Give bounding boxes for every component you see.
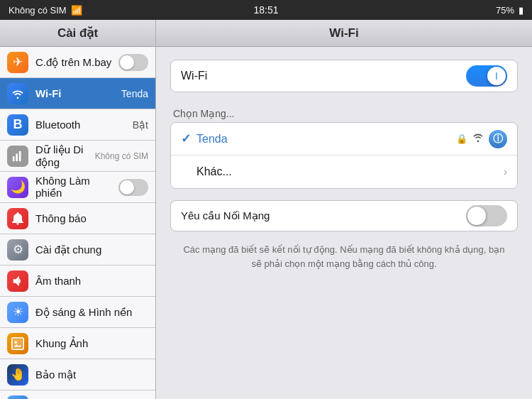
sidebar-item-cellular[interactable]: Dữ liệu Di động Không có SIM [0,141,155,172]
brightness-label: Độ sáng & Hình nền [35,306,148,319]
lock-icon-tenda: 🔒 [456,133,467,144]
airplane-icon: ✈ [7,52,28,73]
network-name-tenda: Tenda [196,133,456,146]
battery-label: 75% [496,5,514,16]
status-time: 18:51 [253,4,278,16]
network-other[interactable]: Khác... › [171,155,517,188]
ask-join-row: Yêu cầu Nối Mạng [170,200,518,231]
sidebar-header: Cài đặt [0,20,155,47]
cellular-icon [7,146,28,167]
choose-network-label: Chọn Mạng... [170,104,518,122]
status-bar: Không có SIM 📶 18:51 75% ▮ [0,0,532,20]
sidebar-item-airplane[interactable]: ✈ C.độ trên M.bay [0,47,155,78]
wifi-status-icon: 📶 [71,5,82,16]
svg-rect-1 [16,153,18,161]
wifi-toggle[interactable] [466,65,507,87]
airplane-toggle[interactable] [118,54,148,71]
wifi-row-label: Wi-Fi [181,70,466,82]
content-body: Wi-Fi Chọn Mạng... ✓ Tenda 🔒 [156,47,532,399]
content-area: Wi-Fi Wi-Fi Chọn Mạng... ✓ Tenda 🔒 [156,20,532,399]
bluetooth-icon: B [7,114,28,136]
cellular-label: Dữ liệu Di động [35,143,95,169]
ask-join-toggle[interactable] [466,205,507,226]
icloud-icon: ☁ [7,395,28,400]
security-label: Bảo mật [35,368,148,381]
network-name-other: Khác... [196,165,501,178]
tenda-detail-btn[interactable]: ⓘ [489,130,507,148]
carrier-label: Không có SIM [9,5,67,16]
sidebar-item-security[interactable]: 🤚 Bảo mật [0,359,155,390]
status-left: Không có SIM 📶 [9,5,82,16]
sidebar: Cài đặt ✈ C.độ trên M.bay Wi-Fi Tenda B … [0,20,156,399]
dnd-icon: 🌙 [7,177,28,198]
wifi-signal-tenda [472,132,484,146]
frame-label: Khung Ảnh [35,337,148,350]
wifi-toggle-item: Wi-Fi [171,60,517,92]
content-header: Wi-Fi [156,20,532,47]
wifi-toggle-row: Wi-Fi [170,60,518,92]
notif-icon [7,208,28,229]
wifi-icon [7,83,28,104]
sidebar-item-dnd[interactable]: 🌙 Không Làm phiền [0,172,155,203]
general-icon: ⚙ [7,239,28,261]
wifi-menu-label: Wi-Fi [35,87,121,99]
dnd-toggle[interactable] [118,179,148,196]
brightness-icon: ☀ [7,302,28,323]
tenda-icons: 🔒 ⓘ [456,130,507,148]
svg-point-5 [15,341,18,344]
sidebar-item-frame[interactable]: Khung Ảnh [0,328,155,359]
sidebar-item-general[interactable]: ⚙ Cài đặt chung [0,234,155,266]
security-icon: 🤚 [7,364,28,386]
wifi-note: Các mạng đã biết sẽ kết nối tự động. Nếu… [170,239,518,275]
notif-label: Thông báo [35,212,148,224]
other-chevron: › [504,165,507,178]
cellular-badge: Không có SIM [95,151,148,161]
sound-label: Âm thanh [35,275,148,287]
ask-join-label: Yêu cầu Nối Mạng [181,209,466,222]
frame-icon [7,333,28,354]
network-tenda[interactable]: ✓ Tenda 🔒 ⓘ [171,123,517,155]
sidebar-item-brightness[interactable]: ☀ Độ sáng & Hình nền [0,297,155,328]
general-label: Cài đặt chung [35,244,148,256]
airplane-label: C.độ trên M.bay [35,56,118,69]
status-right: 75% ▮ [496,5,523,16]
battery-icon: ▮ [519,5,523,16]
sidebar-item-icloud[interactable]: ☁ iCloud [0,390,155,399]
dnd-label: Không Làm phiền [35,175,118,200]
network-check-tenda: ✓ [181,131,196,146]
sidebar-item-bluetooth[interactable]: B Bluetooth Bật [0,109,155,141]
wifi-badge: Tenda [121,88,148,99]
sidebar-item-sound[interactable]: Âm thanh [0,266,155,297]
sound-icon [7,270,28,292]
sidebar-item-wifi[interactable]: Wi-Fi Tenda [0,78,155,109]
bluetooth-label: Bluetooth [35,119,133,131]
main-layout: Cài đặt ✈ C.độ trên M.bay Wi-Fi Tenda B … [0,20,532,399]
network-list: ✓ Tenda 🔒 ⓘ [170,122,518,189]
sidebar-item-notif[interactable]: Thông báo [0,203,155,234]
svg-rect-2 [19,151,21,160]
svg-rect-0 [13,156,15,161]
bluetooth-badge: Bật [133,119,148,131]
